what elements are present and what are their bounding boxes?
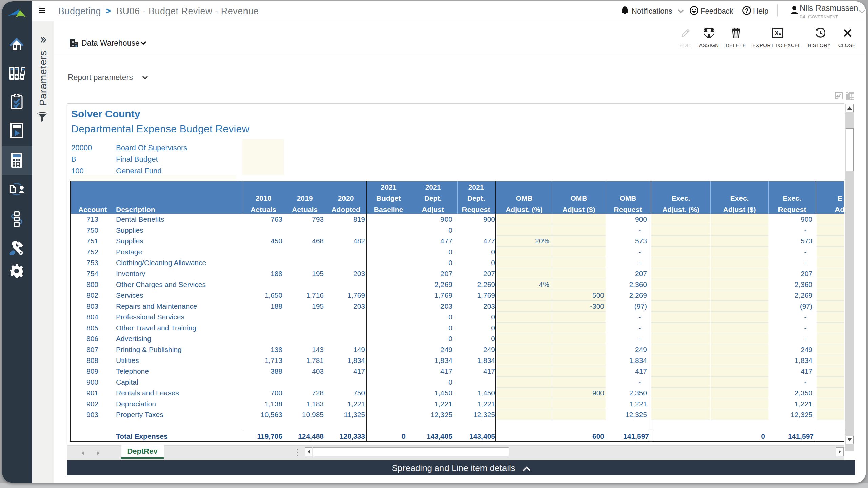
svg-text:?: ?: [745, 7, 748, 14]
svg-text:X: X: [775, 30, 779, 36]
